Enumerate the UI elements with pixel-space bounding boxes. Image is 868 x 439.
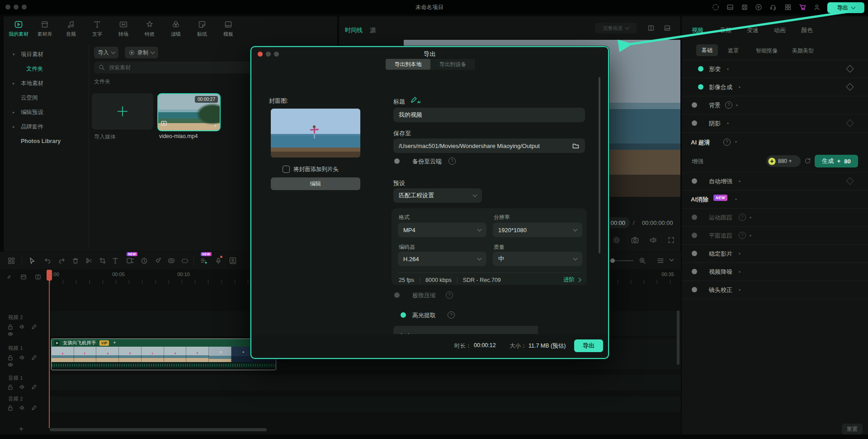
mute-speaker-icon[interactable] [19, 354, 25, 362]
collapse-caret-icon[interactable]: ▴ [727, 67, 729, 71]
help-icon[interactable]: ? [446, 291, 453, 299]
mute-speaker-icon[interactable] [19, 324, 25, 331]
eye-icon[interactable] [7, 362, 14, 369]
split-scissors-icon[interactable] [85, 257, 93, 267]
marker-box-icon[interactable] [20, 273, 27, 282]
tab-export-local[interactable]: 导出到本地 [386, 59, 430, 70]
track-pen-icon[interactable] [31, 324, 37, 331]
track-lane-audio1[interactable] [50, 375, 681, 390]
resolution-select[interactable]: 1920*1080 [493, 223, 582, 237]
playhead-handle[interactable] [47, 270, 52, 281]
lock-icon[interactable] [7, 384, 14, 391]
preview-tab-source[interactable]: 源 [370, 26, 376, 34]
timeline-vscrollbar[interactable] [677, 310, 679, 365]
edit-cover-button[interactable]: 编辑 [271, 177, 360, 190]
collapse-caret-icon[interactable]: ▴ [727, 121, 729, 125]
apps-grid-icon[interactable] [784, 3, 792, 13]
export-title-input[interactable] [393, 108, 585, 122]
timeline-clip[interactable]: 女孩向飞机挥手 VIP [51, 339, 276, 370]
ai-voice-icon[interactable] [214, 257, 222, 267]
keyframe-diamond-icon[interactable] [846, 119, 854, 127]
extract-person-icon[interactable] [229, 257, 237, 267]
collapse-caret-icon[interactable]: ▴ [736, 103, 738, 107]
help-icon[interactable]: ? [448, 157, 456, 165]
dialog-export-button[interactable]: 导出 [574, 339, 603, 352]
preview-image-icon[interactable] [664, 24, 671, 33]
keyframe-tool-icon[interactable] [154, 257, 162, 267]
ribbon-tab-stock[interactable]: 素材库 [32, 20, 58, 38]
mask-tool-icon[interactable] [126, 257, 134, 267]
dialog-scrollbar[interactable] [599, 77, 600, 253]
help-icon[interactable]: ? [723, 138, 731, 146]
prop-tab-audio[interactable]: 音频 [720, 26, 731, 34]
crop-icon[interactable] [99, 257, 107, 267]
link-clips-icon[interactable] [5, 273, 13, 282]
undo-icon[interactable] [43, 257, 52, 267]
ribbon-tab-stickers[interactable]: 贴纸 [189, 20, 215, 38]
window-minimize-button[interactable] [14, 5, 19, 10]
fullscreen-expand-icon[interactable] [667, 236, 675, 246]
sidebar-item-local-media[interactable]: ▸ 本地素材 [4, 76, 89, 91]
quality-select[interactable]: 中 [493, 252, 582, 266]
track-pen-icon[interactable] [31, 405, 37, 412]
format-select[interactable]: MP4 [398, 223, 486, 237]
delete-trash-icon[interactable] [71, 257, 80, 267]
chevron-down-icon[interactable] [670, 257, 674, 262]
ribbon-tab-templates[interactable]: 模板 [215, 20, 241, 38]
shopping-cart-icon[interactable] [798, 3, 807, 13]
collapse-caret-icon[interactable]: ▾ [735, 140, 737, 144]
layout-panel-icon[interactable] [726, 3, 734, 13]
help-icon[interactable]: ? [739, 232, 746, 239]
sidebar-item-brand-kit[interactable]: ▸ 品牌套件 [4, 119, 89, 134]
ai-title-pencil-icon[interactable]: AI [410, 96, 421, 106]
advanced-link[interactable]: 进阶 [563, 276, 580, 284]
slider-handle[interactable] [610, 258, 615, 263]
prop-subtab-basic[interactable]: 基础 [696, 44, 718, 56]
keyframe-diamond-icon[interactable] [846, 177, 854, 185]
collapse-caret-icon[interactable]: ▴ [735, 197, 737, 201]
cloud-upload-icon[interactable] [755, 3, 763, 13]
import-media-card[interactable] [92, 93, 153, 129]
prop-tab-color[interactable]: 颜色 [801, 26, 813, 34]
window-zoom-button[interactable] [22, 5, 27, 10]
help-icon[interactable]: ? [725, 101, 732, 109]
collapse-caret-icon[interactable]: ▴ [739, 179, 741, 183]
audio-wave-icon[interactable] [167, 257, 175, 267]
account-person-icon[interactable] [813, 3, 821, 13]
prop-subtab-mask[interactable]: 遮罩 [728, 47, 739, 55]
select-cursor-icon[interactable] [28, 257, 36, 267]
snapshot-camera-icon[interactable] [631, 236, 639, 246]
preset-select[interactable]: 匹配工程设置 [393, 188, 482, 203]
timeline-hscrollbar[interactable] [50, 428, 267, 431]
sidebar-item-cloud[interactable]: 云空间 [4, 91, 89, 105]
prop-tab-speed[interactable]: 变速 [747, 26, 759, 34]
ribbon-tab-effects[interactable]: 特效 [137, 20, 163, 38]
preview-tab-timeline[interactable]: 时间线 [345, 26, 363, 34]
clipped-dropdown[interactable]: 自动 [393, 326, 538, 334]
save-path-field[interactable]: /Users/mac501/Movies/Wondershare Miaoyin… [393, 138, 585, 153]
lock-icon[interactable] [7, 354, 14, 362]
add-to-timeline-icon[interactable]: + [213, 122, 217, 129]
collapse-caret-icon[interactable]: ▴ [750, 233, 751, 237]
window-close-button[interactable] [5, 5, 10, 10]
keyframe-diamond-icon[interactable] [846, 83, 854, 91]
prop-tab-video[interactable]: 视频 [692, 26, 703, 34]
ribbon-tab-audio[interactable]: 音频 [58, 20, 84, 38]
track-manager-icon[interactable] [200, 257, 208, 267]
prop-tab-animation[interactable]: 动画 [774, 26, 786, 34]
video-thumbnail-card[interactable]: 00:00:27 + [157, 93, 221, 131]
help-icon[interactable]: ? [739, 214, 746, 221]
credits-pill[interactable]: 880 + [766, 155, 801, 167]
preview-split-icon[interactable] [647, 24, 655, 33]
help-icon[interactable]: ? [448, 311, 455, 319]
timeline-grid-icon[interactable] [7, 257, 15, 267]
ribbon-tab-text[interactable]: 文字 [84, 20, 110, 38]
ribbon-tab-filters[interactable]: 滤镜 [163, 20, 189, 38]
folder-browse-icon[interactable] [572, 142, 580, 150]
zoom-in-icon[interactable] [638, 257, 646, 267]
track-pen-icon[interactable] [31, 354, 37, 362]
mute-speaker-icon[interactable] [19, 384, 25, 391]
compound-clip-icon[interactable] [181, 257, 189, 267]
generate-button[interactable]: 生成 80 [815, 155, 858, 167]
collapse-caret-icon[interactable]: ▴ [739, 269, 741, 273]
